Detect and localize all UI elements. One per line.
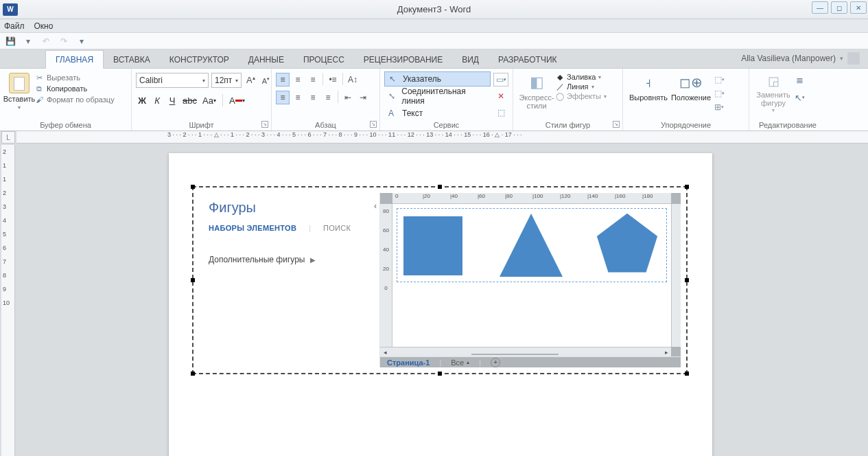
horizontal-ruler[interactable]: 3 · · · 2 · · · 1 · · · △ · · · 1 · · · … [16,131,868,144]
grow-font-button[interactable]: A▴ [244,75,257,85]
tab-review[interactable]: РЕЦЕНЗИРОВАНИЕ [354,51,452,68]
canvas-scroll-h[interactable]: ◂ ▸ [380,347,671,356]
underline-button[interactable]: Ч [166,93,178,107]
paragraph-dialog-launcher[interactable]: ↘ [370,121,377,128]
bullets-button[interactable]: •≡ [326,73,340,87]
tab-process[interactable]: ПРОЦЕСС [294,51,354,68]
embedded-visio-object[interactable]: ‹ Фигуры НАБОРЫ ЭЛЕМЕНТОВ | ПОИСК Дополн… [192,186,688,374]
resize-handle[interactable] [438,372,442,376]
canvas-ruler-h[interactable]: 0|20|40 |60|80|100 |120|140|160 |180 [392,193,671,204]
bold-button[interactable]: Ж [136,93,148,107]
text-tool[interactable]: AТекст [384,106,491,121]
canvas-ruler-v[interactable]: 8060 4020 0 [380,204,392,347]
tab-developer[interactable]: РАЗРАБОТЧИК [489,51,567,68]
position-button[interactable]: ◻⊕ Положение [670,70,712,102]
pointer-tool[interactable]: ↖Указатель [384,71,491,87]
shape-styles-dialog-launcher[interactable]: ↘ [613,121,620,128]
bring-front-button[interactable]: ⬚▾ [712,74,726,85]
font-size-select[interactable]: 12пт▾ [211,73,242,88]
align-right-button[interactable]: ≡ [306,91,320,104]
menu-window[interactable]: Окно [34,21,54,31]
vertical-ruler[interactable]: 21 123 456 789 10 [1,145,15,456]
user-dropdown-icon[interactable]: ▾ [840,55,843,62]
shape-rectangle[interactable] [403,216,462,275]
resize-handle[interactable] [685,185,689,189]
font-name-select[interactable]: Calibri▾ [136,73,209,88]
resize-handle[interactable] [685,278,689,282]
shrink-font-button[interactable]: A▾ [260,76,272,85]
tab-home[interactable]: ГЛАВНАЯ [45,50,104,69]
document-page[interactable]: ‹ Фигуры НАБОРЫ ЭЛЕМЕНТОВ | ПОИСК Дополн… [169,153,712,456]
shape-fill-button[interactable]: ◆Заливка▾ [556,73,607,81]
delete-tool[interactable]: ✕ [493,89,508,103]
qat-undo-icon[interactable]: ↶ [38,34,54,48]
shape-effects-button[interactable]: ◯Эффекты▾ [556,92,607,100]
collapse-panel-icon[interactable]: ‹ [374,201,377,211]
align-left-button[interactable]: ≡ [276,91,290,104]
minimize-button[interactable]: — [812,1,828,14]
font-dialog-launcher[interactable]: ↘ [261,121,268,128]
shape-pentagon[interactable] [596,212,659,278]
select-button[interactable]: ↖▾ [793,92,806,103]
close-button[interactable]: ✕ [850,1,867,14]
resize-handle[interactable] [438,185,442,189]
drawing-canvas[interactable] [392,204,671,347]
user-avatar[interactable] [847,52,860,65]
paste-dropdown-icon[interactable]: ▾ [18,104,21,111]
scroll-right-icon[interactable]: ▸ [661,349,671,356]
resize-handle[interactable] [191,372,195,376]
align-top-button[interactable]: ≡ [276,73,290,87]
resize-handle[interactable] [191,278,195,282]
send-back-button[interactable]: ⬚▾ [712,88,726,99]
format-painter-button[interactable]: 🖌Формат по образцу [34,95,115,104]
shape-sets-tab[interactable]: НАБОРЫ ЭЛЕМЕНТОВ [209,224,296,232]
replace-shape-button[interactable]: ◲ Заменить фигуру ▾ [753,70,793,113]
qat-save-icon[interactable]: 💾 [3,34,18,48]
scroll-left-icon[interactable]: ◂ [380,349,390,356]
tab-insert[interactable]: ВСТАВКА [104,51,160,68]
more-shapes-button[interactable]: Дополнительные фигуры ▶ [209,255,370,264]
shape-triangle[interactable] [500,214,563,277]
align-center-button[interactable]: ≡ [291,91,305,104]
paste-button[interactable]: Вставить ▾ [4,70,34,111]
scroll-thumb[interactable] [471,354,559,355]
resize-handle[interactable] [191,185,195,189]
tab-view[interactable]: ВИД [452,51,489,68]
user-name[interactable]: Alla Vasilieva (Manpower) [741,54,836,63]
qat-dropdown[interactable]: ▾ [21,34,36,48]
group-button[interactable]: ⊞▾ [712,102,726,113]
shape-line-button[interactable]: ／Линия▾ [556,82,607,91]
resize-handle[interactable] [685,372,689,376]
canvas-scroll-v[interactable] [671,204,681,347]
service-group-label: Сервис [380,121,513,129]
align-bottom-button[interactable]: ≡ [306,73,320,87]
add-page-button[interactable]: + [491,358,500,367]
rectangle-tool[interactable]: ▭▾ [493,73,508,87]
increase-indent-button[interactable]: ⇥ [356,91,370,104]
connector-tool[interactable]: ⤡Соединительная линия [384,89,491,104]
page-tab-all[interactable]: Все▴ [451,358,469,367]
strike-button[interactable]: abc [181,93,198,107]
lasso-tool[interactable]: ⬚ [493,106,508,119]
tab-data[interactable]: ДАННЫЕ [239,51,294,68]
qat-redo-icon[interactable]: ↷ [56,34,71,48]
shape-search-tab[interactable]: ПОИСК [323,224,351,232]
italic-button[interactable]: К [151,93,163,107]
align-middle-button[interactable]: ≡ [291,73,305,87]
layers-button[interactable]: ≣ [793,74,806,85]
text-direction-button[interactable]: A↕ [346,73,360,87]
decrease-indent-button[interactable]: ⇤ [341,91,355,104]
qat-more[interactable]: ▾ [74,34,89,48]
express-styles-button[interactable]: ◧ Экспресс-стили [517,70,556,110]
effects-icon: ◯ [556,92,564,100]
cut-button[interactable]: ✂Вырезать [34,73,115,82]
copy-button[interactable]: ⧉Копировать [34,84,115,93]
maximize-button[interactable]: ◻ [831,1,847,14]
change-case-button[interactable]: Aa▾ [201,93,218,107]
menu-file[interactable]: Файл [4,21,25,31]
align-button[interactable]: ⫞ Выровнять [627,70,670,102]
font-color-button[interactable]: A▾ [228,93,246,107]
page-tab-1[interactable]: Страница-1 [387,358,430,367]
align-justify-button[interactable]: ≡ [321,91,335,104]
tab-design[interactable]: КОНСТРУКТОР [160,51,239,68]
